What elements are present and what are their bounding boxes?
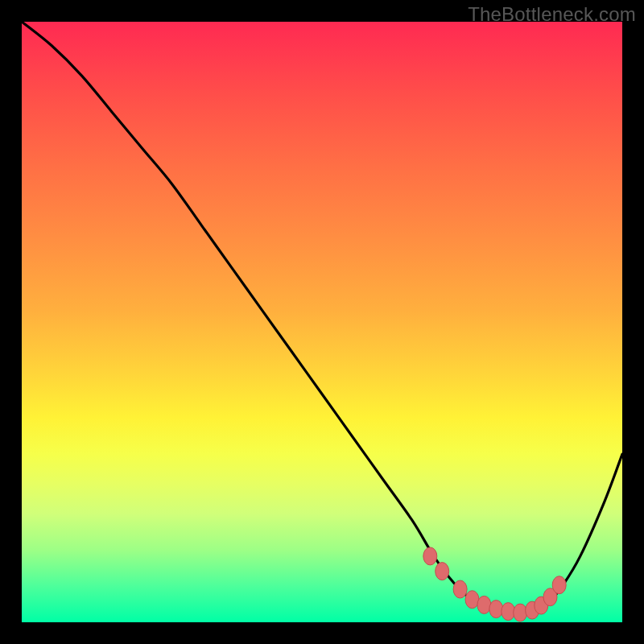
- watermark-text: TheBottleneck.com: [468, 3, 636, 26]
- sweet-spot-dot: [465, 591, 479, 609]
- sweet-spot-dot: [477, 596, 491, 613]
- sweet-spot-dot: [436, 563, 449, 580]
- sweet-spot-dot: [423, 547, 437, 565]
- chart-svg: [22, 22, 622, 622]
- sweet-spot-dot: [526, 601, 539, 619]
- sweet-spot-dot: [514, 604, 527, 621]
- sweet-spot-dot: [552, 576, 566, 594]
- sweet-spot-dot: [543, 588, 557, 606]
- sweet-spot-dot: [535, 597, 548, 614]
- sweet-spot-dot: [489, 601, 503, 618]
- outer-frame: TheBottleneck.com: [0, 0, 644, 644]
- sweet-spot-dots: [423, 547, 566, 621]
- bottleneck-curve: [22, 22, 622, 613]
- sweet-spot-dot: [502, 603, 515, 621]
- sweet-spot-dot: [453, 580, 467, 598]
- gradient-plot-area: [22, 22, 622, 622]
